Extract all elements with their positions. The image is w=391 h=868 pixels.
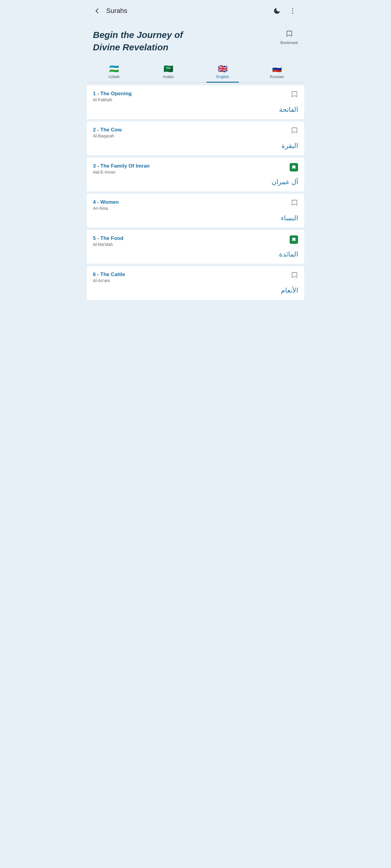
surah-arabic-name: النساء xyxy=(93,214,298,222)
lang-tab-ar[interactable]: 🇸🇦Arabic xyxy=(141,62,196,83)
surah-left-col: 4 - WomenAn-Nisa xyxy=(93,199,119,211)
surah-transliteration: An-Nisa xyxy=(93,206,119,211)
surah-bookmark-icon[interactable] xyxy=(291,91,298,99)
surah-transliteration: Al-An'am xyxy=(93,278,125,283)
surah-left-col: 3 - The Family Of ImranAal-E-Imran xyxy=(93,163,150,175)
surah-bookmark-icon[interactable] xyxy=(291,272,298,280)
bookmark-icon xyxy=(286,30,293,39)
surah-list: 1 - The OpeningAl-Fatihah الفاتحة2 - The… xyxy=(87,85,304,300)
surah-item[interactable]: 5 - The FoodAl-Ma'idah المائدة xyxy=(87,230,304,264)
lang-tab-ru[interactable]: 🇷🇺Russian xyxy=(250,62,304,83)
surah-arabic-name: البقرة xyxy=(93,142,298,150)
back-button[interactable] xyxy=(93,5,104,16)
surah-transliteration: Aal-E-Imran xyxy=(93,170,150,175)
dark-mode-button[interactable] xyxy=(272,5,282,16)
surah-arabic-name: الفاتحة xyxy=(93,106,298,114)
hero-title: Begin the Journey of Divine Revelation xyxy=(93,29,190,53)
svg-point-2 xyxy=(292,13,293,13)
surah-transliteration: Al-Ma'idah xyxy=(93,242,123,247)
surah-item[interactable]: 6 - The CattleAl-An'am الأنعام xyxy=(87,266,304,300)
flag-ru: 🇷🇺 xyxy=(272,65,282,73)
surah-transliteration: Al-Baqarah xyxy=(93,133,121,138)
flag-en: 🇬🇧 xyxy=(218,65,227,73)
surah-left-col: 2 - The CowAl-Baqarah xyxy=(93,127,121,138)
language-tabs: 🇺🇿Uzbek🇸🇦Arabic🇬🇧English🇷🇺Russian xyxy=(87,59,304,83)
surah-arabic-name: الأنعام xyxy=(93,287,298,294)
surah-header: 3 - The Family Of ImranAal-E-Imran xyxy=(93,163,298,175)
surah-left-col: 5 - The FoodAl-Ma'idah xyxy=(93,236,123,247)
surah-arabic-name: المائدة xyxy=(93,250,298,258)
surah-arabic-name: آل عمران xyxy=(93,178,298,186)
surah-left-col: 1 - The OpeningAl-Fatihah xyxy=(93,91,132,102)
surah-name-english: 2 - The Cow xyxy=(93,127,121,133)
surah-name-english: 1 - The Opening xyxy=(93,91,132,97)
page-title: Surahs xyxy=(106,7,272,15)
surah-header: 1 - The OpeningAl-Fatihah xyxy=(93,91,298,102)
lang-tab-uz[interactable]: 🇺🇿Uzbek xyxy=(87,62,141,83)
surah-name-english: 3 - The Family Of Imran xyxy=(93,163,150,169)
surah-name-english: 4 - Women xyxy=(93,199,119,205)
surah-bookmark-icon[interactable] xyxy=(290,163,298,172)
lang-name-uz: Uzbek xyxy=(109,74,120,79)
surah-header: 2 - The CowAl-Baqarah xyxy=(93,127,298,138)
surah-item[interactable]: 1 - The OpeningAl-Fatihah الفاتحة xyxy=(87,85,304,119)
surah-bookmark-icon[interactable] xyxy=(291,127,298,135)
surah-left-col: 6 - The CattleAl-An'am xyxy=(93,272,125,283)
surah-bookmark-icon[interactable] xyxy=(291,199,298,208)
surah-item[interactable]: 3 - The Family Of ImranAal-E-Imran آل عم… xyxy=(87,158,304,191)
surah-header: 5 - The FoodAl-Ma'idah xyxy=(93,236,298,247)
surah-transliteration: Al-Fatihah xyxy=(93,97,132,102)
lang-name-en: English xyxy=(216,74,229,79)
surah-bookmark-icon[interactable] xyxy=(290,236,298,244)
flag-ar: 🇸🇦 xyxy=(164,65,173,73)
svg-point-0 xyxy=(292,8,293,9)
moon-icon xyxy=(273,7,281,15)
surah-name-english: 6 - The Cattle xyxy=(93,272,125,278)
lang-name-ru: Russian xyxy=(270,74,284,79)
top-bar-actions xyxy=(272,5,298,16)
more-options-button[interactable] xyxy=(287,5,298,16)
surah-header: 6 - The CattleAl-An'am xyxy=(93,272,298,283)
lang-name-ar: Arabic xyxy=(163,74,174,79)
lang-tab-en[interactable]: 🇬🇧English xyxy=(196,62,250,83)
hero-section: Begin the Journey of Divine Revelation B… xyxy=(87,22,304,59)
more-icon xyxy=(289,7,297,15)
surah-item[interactable]: 4 - WomenAn-Nisa النساء xyxy=(87,194,304,227)
surah-name-english: 5 - The Food xyxy=(93,236,123,241)
bookmark-label: Bookmark xyxy=(280,40,298,45)
surah-header: 4 - WomenAn-Nisa xyxy=(93,199,298,211)
surah-item[interactable]: 2 - The CowAl-Baqarah البقرة xyxy=(87,121,304,155)
bookmark-button[interactable]: Bookmark xyxy=(280,30,298,45)
flag-uz: 🇺🇿 xyxy=(109,65,119,73)
top-bar: Surahs xyxy=(87,0,304,22)
svg-point-1 xyxy=(292,10,293,11)
back-arrow-icon xyxy=(93,7,101,14)
